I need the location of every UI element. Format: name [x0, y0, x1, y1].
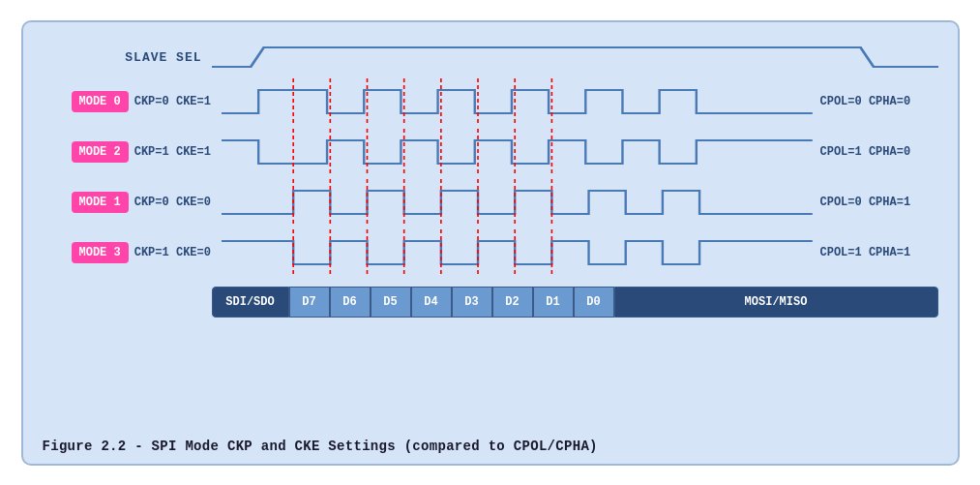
mode-1-signal — [222, 177, 813, 227]
data-seg-mosi: MOSI/MISO — [614, 287, 938, 318]
mode-3-signal — [222, 227, 813, 278]
data-row: SDI/SDO D7 D6 D5 D4 D3 D2 D1 D0 MOSI/MIS… — [43, 284, 938, 320]
mode-1-cpol: CPOL=0 CPHA=1 — [813, 196, 938, 209]
mode-3-badge: MODE 3 — [72, 242, 129, 263]
mode-1-row: MODE 1 CKP=0 CKE=0 CPOL=0 CPHA=1 — [43, 177, 938, 227]
mode-2-row: MODE 2 CKP=1 CKE=1 CPOL=1 CPHA=0 — [43, 127, 938, 177]
data-segments: SDI/SDO D7 D6 D5 D4 D3 D2 D1 D0 MOSI/MIS… — [212, 287, 938, 318]
data-seg-d4: D4 — [411, 287, 452, 318]
mode-1-ckp: CKP=0 CKE=0 — [134, 196, 222, 209]
mode-2-signal — [222, 127, 813, 177]
data-seg-d0: D0 — [574, 287, 614, 318]
diagram-area: SLAVE SEL MODE 0 CKP=0 CKE=1 — [43, 40, 938, 429]
mode-3-cpol: CPOL=1 CPHA=1 — [813, 246, 938, 259]
mode-2-cpol: CPOL=1 CPHA=0 — [813, 145, 938, 159]
slave-label: SLAVE SEL — [43, 50, 212, 65]
mode-0-ckp: CKP=0 CKE=1 — [134, 95, 222, 108]
data-seg-sdi: SDI/SDO — [212, 287, 289, 318]
diagram-container: SLAVE SEL MODE 0 CKP=0 CKE=1 — [21, 20, 960, 466]
mode-2-badge: MODE 2 — [72, 141, 129, 163]
slave-row: SLAVE SEL — [43, 40, 938, 76]
mode-0-signal — [222, 76, 813, 127]
mode-3-row: MODE 3 CKP=1 CKE=0 CPOL=1 CPHA=1 — [43, 227, 938, 278]
data-seg-d3: D3 — [452, 287, 492, 318]
data-seg-d7: D7 — [289, 287, 330, 318]
data-seg-d5: D5 — [371, 287, 411, 318]
mode-3-ckp: CKP=1 CKE=0 — [134, 246, 222, 259]
slave-signal — [212, 40, 938, 76]
mode-1-badge: MODE 1 — [72, 192, 129, 213]
mode-0-cpol: CPOL=0 CPHA=0 — [813, 95, 938, 108]
data-seg-d2: D2 — [492, 287, 533, 318]
data-seg-d6: D6 — [330, 287, 371, 318]
mode-2-ckp: CKP=1 CKE=1 — [134, 145, 222, 159]
data-seg-d1: D1 — [533, 287, 574, 318]
figure-caption: Figure 2.2 - SPI Mode CKP and CKE Settin… — [43, 439, 938, 454]
mode-0-badge: MODE 0 — [72, 91, 129, 112]
mode-0-row: MODE 0 CKP=0 CKE=1 CPOL= — [43, 76, 938, 127]
